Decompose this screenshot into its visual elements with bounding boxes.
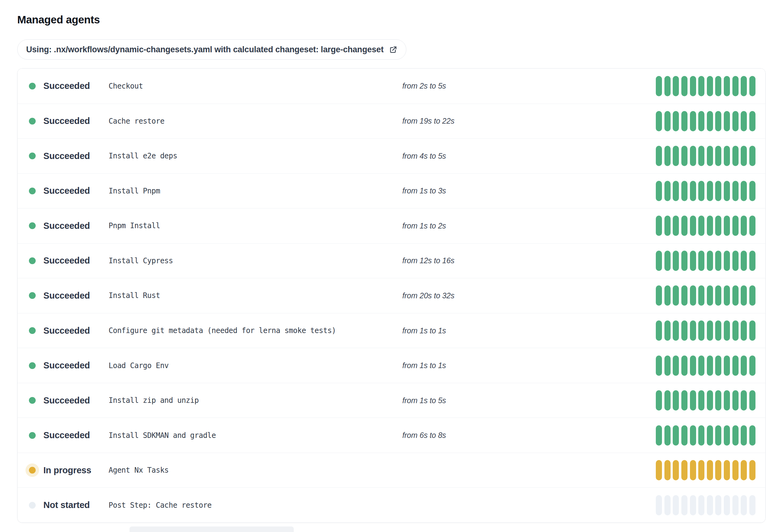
external-link-icon[interactable] <box>389 45 398 54</box>
status-dot <box>29 397 36 404</box>
progress-segment <box>724 425 730 445</box>
next-section-peek <box>129 526 294 532</box>
status-label: Succeeded <box>43 81 90 91</box>
status-label: Succeeded <box>43 430 90 440</box>
progress-segment <box>664 495 671 515</box>
progress-segment <box>690 390 696 411</box>
progress-segment <box>733 285 739 306</box>
agent-row[interactable]: SucceededInstall Cypressfrom 12s to 16s <box>17 243 765 278</box>
agent-row[interactable]: SucceededCheckoutfrom 2s to 5s <box>17 69 765 104</box>
progress-segment <box>707 251 713 271</box>
progress-segment <box>749 460 756 480</box>
status-cell: Succeeded <box>25 184 109 198</box>
progress-segment <box>698 495 704 515</box>
progress-segment <box>681 390 687 411</box>
progress-segment <box>690 76 696 96</box>
step-duration: from 2s to 5s <box>402 82 656 91</box>
status-label: Succeeded <box>43 256 90 266</box>
workflow-banner[interactable]: Using: .nx/workflows/dynamic-changesets.… <box>17 39 406 60</box>
status-label: In progress <box>43 465 91 476</box>
agent-row[interactable]: In progressAgent Nx Tasks <box>17 453 765 488</box>
progress-segment <box>656 181 662 201</box>
agent-row[interactable]: SucceededInstall e2e depsfrom 4s to 5s <box>17 138 765 173</box>
agent-row[interactable]: SucceededInstall Rustfrom 20s to 32s <box>17 278 765 313</box>
status-dot <box>29 83 36 90</box>
status-cell: Succeeded <box>25 219 109 233</box>
progress-segment <box>749 285 756 306</box>
progress-segment <box>715 216 721 236</box>
step-progress-bar <box>656 425 756 445</box>
status-dot-succeeded-icon <box>25 429 39 442</box>
status-cell: Succeeded <box>25 359 109 372</box>
progress-segment <box>733 390 739 411</box>
progress-segment <box>733 146 739 166</box>
progress-segment <box>673 111 679 131</box>
progress-segment <box>681 460 687 480</box>
progress-segment <box>681 181 687 201</box>
progress-segment <box>681 285 687 306</box>
step-progress-bar <box>656 76 756 96</box>
progress-segment <box>673 425 679 445</box>
agent-row[interactable]: SucceededLoad Cargo Envfrom 1s to 1s <box>17 348 765 383</box>
status-cell: Succeeded <box>25 429 109 442</box>
status-dot <box>29 292 36 299</box>
progress-segment <box>673 495 679 515</box>
progress-segment <box>664 320 671 341</box>
progress-segment <box>707 356 713 376</box>
agent-row[interactable]: SucceededInstall SDKMAN and gradlefrom 6… <box>17 418 765 453</box>
status-cell: Succeeded <box>25 289 109 302</box>
progress-segment <box>673 320 679 341</box>
progress-segment <box>733 356 739 376</box>
progress-segment <box>707 320 713 341</box>
step-name: Load Cargo Env <box>109 361 402 370</box>
progress-segment <box>707 146 713 166</box>
agent-row[interactable]: SucceededInstall zip and unzipfrom 1s to… <box>17 383 765 418</box>
step-name: Install Rust <box>109 291 402 300</box>
progress-segment <box>724 251 730 271</box>
status-label: Succeeded <box>43 361 90 371</box>
step-duration: from 1s to 5s <box>402 396 656 405</box>
progress-segment <box>656 216 662 236</box>
step-progress-bar <box>656 216 756 236</box>
progress-segment <box>715 390 721 411</box>
step-name: Install Pnpm <box>109 187 402 195</box>
progress-segment <box>698 390 704 411</box>
status-cell: Succeeded <box>25 254 109 268</box>
progress-segment <box>749 425 756 445</box>
progress-segment <box>733 216 739 236</box>
progress-segment <box>741 111 747 131</box>
status-dot <box>29 502 36 509</box>
step-name: Agent Nx Tasks <box>109 466 402 475</box>
workflow-banner-label: Using: .nx/workflows/dynamic-changesets.… <box>26 45 383 54</box>
progress-segment <box>690 356 696 376</box>
agent-row[interactable]: Not startedPost Step: Cache restore <box>17 488 765 522</box>
status-dot-succeeded-icon <box>25 394 39 407</box>
progress-segment <box>715 251 721 271</box>
step-duration: from 6s to 8s <box>402 431 656 440</box>
progress-segment <box>698 216 704 236</box>
progress-segment <box>664 111 671 131</box>
progress-segment <box>741 251 747 271</box>
progress-segment <box>741 146 747 166</box>
step-name: Post Step: Cache restore <box>109 501 402 510</box>
progress-segment <box>749 320 756 341</box>
agent-row[interactable]: SucceededConfigure git metadata (needed … <box>17 313 765 348</box>
progress-segment <box>715 320 721 341</box>
step-progress-bar <box>656 460 756 480</box>
step-duration: from 1s to 3s <box>402 186 656 195</box>
progress-segment <box>690 425 696 445</box>
progress-segment <box>681 495 687 515</box>
progress-segment <box>733 251 739 271</box>
progress-segment <box>656 285 662 306</box>
status-cell: Not started <box>25 499 109 512</box>
progress-segment <box>741 76 747 96</box>
agent-row[interactable]: SucceededInstall Pnpmfrom 1s to 3s <box>17 173 765 209</box>
progress-segment <box>698 251 704 271</box>
progress-segment <box>698 146 704 166</box>
status-dot-succeeded-icon <box>25 324 39 337</box>
progress-segment <box>741 390 747 411</box>
agent-row[interactable]: SucceededCache restorefrom 19s to 22s <box>17 104 765 139</box>
progress-segment <box>664 425 671 445</box>
status-dot-succeeded-icon <box>25 79 39 93</box>
agent-row[interactable]: SucceededPnpm Installfrom 1s to 2s <box>17 208 765 243</box>
